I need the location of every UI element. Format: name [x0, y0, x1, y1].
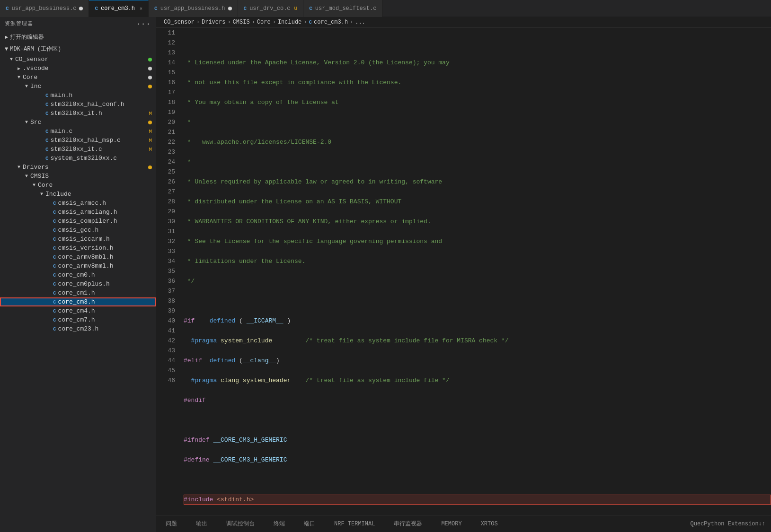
c-icon: C — [45, 129, 49, 134]
sidebar-item-core-top[interactable]: ▼ Core — [0, 73, 156, 82]
bottom-tab-terminal[interactable]: 终端 — [270, 518, 289, 530]
open-editors-section[interactable]: ▶ 打开的编辑器 — [0, 31, 156, 43]
code-line: #if defined ( __ICCARM__ ) — [184, 316, 771, 326]
c-icon: C — [53, 281, 56, 287]
code-line: * Licensed under the Apache License, Ver… — [184, 58, 771, 68]
c-icon: C — [45, 138, 49, 143]
c-file-icon: C — [309, 6, 312, 11]
close-icon[interactable]: ✕ — [140, 6, 142, 11]
sidebar-item-cmsis-armcc[interactable]: C cmsis_armcc.h — [0, 199, 156, 208]
sidebar-item-main-c[interactable]: C main.c M — [0, 127, 156, 136]
sidebar-item-vscode[interactable]: ▶ .vscode — [0, 64, 156, 73]
main-area: 资源管理器 ··· ▶ 打开的编辑器 ▼ MDK-ARM (工作区) ▼ CO_… — [0, 17, 771, 532]
sidebar-item-cmsis-armclang[interactable]: C cmsis_armclang.h — [0, 208, 156, 217]
breadcrumb-core[interactable]: Core — [257, 19, 271, 26]
c-icon: C — [53, 245, 56, 251]
tab-usr-app-bussiness-c[interactable]: C usr_app_bussiness.c — [0, 0, 89, 17]
bottom-tab-nrf[interactable]: NRF TERMINAL — [330, 519, 379, 529]
sidebar-item-core-cm4[interactable]: C core_cm4.h — [0, 306, 156, 315]
code-line: * See the License for the specific langu… — [184, 236, 771, 246]
status-dot — [148, 67, 152, 70]
line-numbers: 11 12 13 14 15 16 17 18 19 20 21 22 23 2… — [156, 28, 180, 515]
sidebar-item-system-stm32[interactable]: C system_stm32l0xx.c — [0, 154, 156, 163]
code-line: * not use this file except in compliance… — [184, 78, 771, 87]
more-icon[interactable]: ··· — [136, 20, 151, 28]
sidebar-item-inc[interactable]: ▼ Inc — [0, 82, 156, 91]
sidebar-item-core-armv8mml[interactable]: C core_armv8mml.h — [0, 262, 156, 270]
code-line: #pragma clang system_header /* treat fil… — [184, 375, 771, 385]
sidebar-item-cmsis-gcc[interactable]: C cmsis_gcc.h — [0, 226, 156, 235]
sep: › — [252, 19, 255, 26]
breadcrumb-include[interactable]: Include — [278, 19, 301, 26]
status-bar-extension: QuecPython Extension↓↑ — [691, 521, 765, 527]
sidebar-item-core-cm0plus[interactable]: C core_cm0plus.h — [0, 279, 156, 288]
sidebar-item-core-cm1[interactable]: C core_cm1.h — [0, 288, 156, 297]
sidebar-item-core-cm3[interactable]: C core_cm3.h — [0, 297, 156, 306]
tab-label: usr_app_bussiness.c — [12, 5, 77, 12]
code-editor[interactable]: 11 12 13 14 15 16 17 18 19 20 21 22 23 2… — [156, 28, 771, 515]
sidebar-item-cmsis[interactable]: ▼ CMSIS — [0, 172, 156, 181]
code-line: * — [184, 157, 771, 167]
tab-usr-app-bussiness-h[interactable]: C usr_app_bussiness.h — [149, 0, 238, 17]
c-icon: C — [53, 201, 56, 206]
sidebar-item-stm32-it-h[interactable]: C stm32l0xx_it.h M — [0, 109, 156, 118]
breadcrumb-file[interactable]: core_cm3.h — [314, 19, 348, 26]
modified-badge: M — [149, 129, 152, 134]
sidebar-item-core-armv8mbl[interactable]: C core_armv8mbl.h — [0, 253, 156, 262]
sidebar-item-stm32-hal-msp[interactable]: C stm32l0xx_hal_msp.c M — [0, 136, 156, 145]
breadcrumb-cmsis[interactable]: CMSIS — [233, 19, 250, 26]
code-line: #endif — [184, 395, 771, 405]
tab-bar: C usr_app_bussiness.c C core_cm3.h ✕ C u… — [0, 0, 771, 17]
sidebar-item-core-cmsis[interactable]: ▼ Core — [0, 181, 156, 190]
tab-usr-drv-co-c[interactable]: C usr_drv_co.c U — [238, 0, 304, 17]
sidebar-item-core-cm0[interactable]: C core_cm0.h — [0, 270, 156, 279]
bottom-tab-output[interactable]: 输出 — [192, 518, 211, 530]
sidebar-item-stm32-it-c[interactable]: C stm32l0xx_it.c M — [0, 145, 156, 154]
breadcrumb-drivers[interactable]: Drivers — [202, 19, 225, 26]
c-file-icon: C — [95, 6, 98, 11]
c-icon: C — [45, 111, 49, 116]
bottom-tab-port[interactable]: 端口 — [300, 518, 319, 530]
bottom-tab-memory[interactable]: MEMORY — [437, 519, 465, 529]
code-line: * Unless required by applicable law or a… — [184, 177, 771, 187]
expand-arrow: ▼ — [15, 75, 23, 80]
tab-usr-mod-selftest-c[interactable]: C usr_mod_selftest.c — [303, 0, 382, 17]
sidebar-item-cmsis-compiler[interactable]: C cmsis_compiler.h — [0, 217, 156, 226]
expand-arrow: ▼ — [15, 165, 23, 170]
sidebar-item-co-sensor[interactable]: ▼ CO_sensor — [0, 55, 156, 64]
c-file-icon: C — [244, 6, 247, 11]
c-file-icon: C — [154, 6, 158, 11]
bottom-tab-problems[interactable]: 问题 — [162, 518, 181, 530]
workspace-section[interactable]: ▼ MDK-ARM (工作区) — [0, 43, 156, 55]
bottom-tab-xrtos[interactable]: XRTOS — [477, 519, 502, 529]
sep: › — [227, 19, 230, 26]
chevron-right-icon: ▶ — [5, 34, 8, 41]
tab-label: usr_mod_selftest.c — [315, 5, 377, 12]
sidebar-item-src[interactable]: ▼ Src — [0, 118, 156, 127]
bottom-panel: 问题 输出 调试控制台 终端 端口 NRF TERMINAL 串行监视器 MEM… — [156, 515, 771, 532]
c-icon: C — [53, 254, 56, 260]
expand-arrow: ▼ — [30, 183, 38, 188]
sep: › — [350, 19, 353, 26]
c-icon: C — [45, 147, 49, 152]
sep: › — [196, 19, 200, 26]
modified-indicator — [79, 7, 83, 10]
sidebar-item-cmsis-version[interactable]: C cmsis_version.h — [0, 244, 156, 253]
status-dot — [148, 76, 152, 79]
tab-core-cm3-h[interactable]: C core_cm3.h ✕ — [89, 0, 149, 17]
breadcrumb-dots: ... — [355, 19, 365, 26]
sidebar-item-main-h[interactable]: C main.h — [0, 91, 156, 100]
sidebar-item-include[interactable]: ▼ Include — [0, 190, 156, 199]
sidebar-item-core-cm23[interactable]: C core_cm23.h — [0, 324, 156, 333]
bottom-tab-serial[interactable]: 串行监视器 — [390, 518, 426, 530]
sidebar-item-cmsis-iccarm[interactable]: C cmsis_iccarm.h — [0, 235, 156, 244]
breadcrumb-cosensor[interactable]: CO_sensor — [164, 19, 195, 26]
sidebar-item-drivers[interactable]: ▼ Drivers — [0, 163, 156, 172]
c-icon: C — [53, 326, 56, 332]
sidebar-item-core-cm7[interactable]: C core_cm7.h — [0, 315, 156, 324]
breadcrumb-c-icon: C — [309, 19, 312, 25]
sidebar-item-stm32-hal-conf[interactable]: C stm32l0xx_hal_conf.h — [0, 100, 156, 109]
code-line: * distributed under the License on an AS… — [184, 197, 771, 207]
bottom-tab-debug-console[interactable]: 调试控制台 — [222, 518, 258, 530]
code-line: #elif defined (__clang__) — [184, 356, 771, 366]
